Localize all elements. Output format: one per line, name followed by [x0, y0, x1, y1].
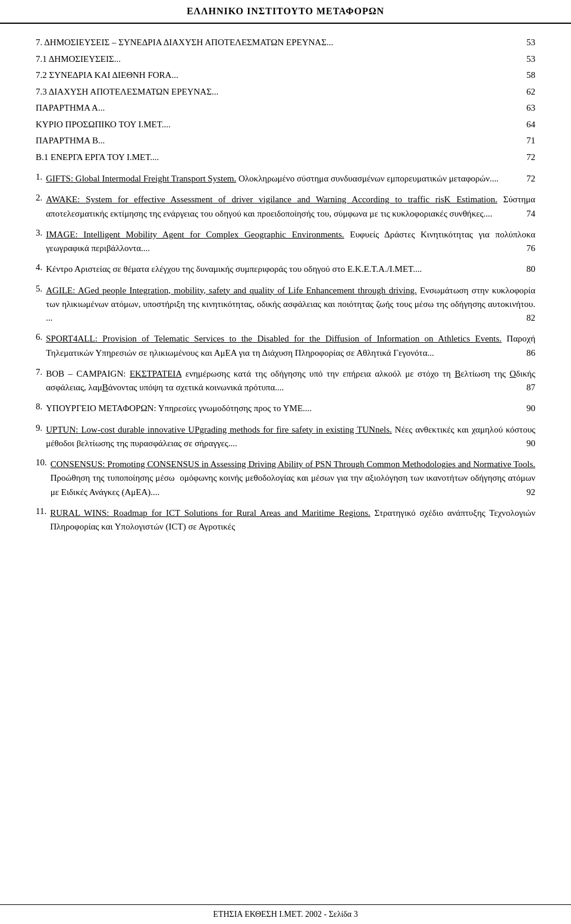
toc-text: 7.3 ΔΙΑΧΥΣΗ ΑΠΟΤΕΛΕΣΜΑΤΩΝ ΕΡΕΥΝΑΣ... — [36, 85, 517, 99]
section-7: 7. BOB – CAMPAIGN: ΕΚΣΤΡΑΤΕΙΑ ενημέρωσης… — [36, 367, 535, 395]
toc-text: 7. ΔΗΜΟΣΙΕΥΣΕΙΣ – ΣΥΝΕΔΡΙΑ ΔΙΑΧΥΣΗ ΑΠΟΤΕ… — [36, 36, 517, 49]
section-title-text: AWAKE: System for effective Assessment o… — [46, 195, 535, 218]
section-page: 74 — [523, 207, 535, 221]
section-content: RURAL WINS: Roadmap for ICT Solutions fo… — [50, 506, 535, 534]
section-page: 92 — [523, 486, 535, 499]
toc-text: Β.1 ΕΝΕΡΓΑ ΕΡΓΑ ΤΟΥ Ι.ΜΕΤ.... — [36, 151, 517, 164]
section-5: 5. AGILE: AGed people Integration, mobil… — [36, 284, 535, 325]
section-2: 2. AWAKE: System for effective Assessmen… — [36, 193, 535, 221]
footer-text: ΕΤΗΣΙΑ ΕΚΘΕΣΗ Ι.ΜΕΤ. 2002 - Σελίδα 3 — [213, 910, 357, 919]
toc-page: 71 — [517, 134, 535, 148]
toc-entry-kyrio: ΚΥΡΙΟ ΠΡΟΣΩΠΙΚΟ ΤΟΥ Ι.ΜΕΤ.... 64 — [36, 118, 535, 131]
section-body-text: ΥΠΟΥΡΓΕΙΟ ΜΕΤΑΦΟΡΩΝ: Υπηρεσίες γνωμοδότη… — [46, 403, 312, 413]
section-title-text: GIFTS: Global Intermodal Freight Transpo… — [46, 174, 498, 183]
toc-text: ΚΥΡΙΟ ΠΡΟΣΩΠΙΚΟ ΤΟΥ Ι.ΜΕΤ.... — [36, 118, 517, 131]
section-number: 8. — [36, 402, 42, 415]
header-title: ΕΛΛΗΝΙΚΟ ΙΝΣΤΙΤΟΥΤΟ ΜΕΤΑΦΟΡΩΝ — [187, 6, 384, 16]
section-number: 11. — [36, 506, 46, 534]
toc-page: 53 — [517, 52, 535, 66]
toc-entry-72: 7.2 ΣΥΝΕΔΡΙΑ ΚΑΙ ΔΙΕΘΝΗ FORA... 58 — [36, 68, 535, 82]
section-number: 5. — [36, 284, 42, 325]
toc-page: 62 — [517, 85, 535, 99]
section-title-text: CONSENSUS: Promoting CONSENSUS in Assess… — [51, 459, 535, 497]
section-1: 1. GIFTS: Global Intermodal Freight Tran… — [36, 172, 535, 186]
section-title-text: BOB – CAMPAIGN: ΕΚΣΤΡΑΤΕΙΑ ενημέρωσης κα… — [46, 369, 535, 392]
toc-page: 53 — [517, 36, 535, 49]
section-title-text: SPORT4ALL: Provision of Telematic Servic… — [46, 334, 535, 357]
section-9: 9. UPTUN: Low-cost durable innovative UP… — [36, 423, 535, 451]
section-content: UPTUN: Low-cost durable innovative UPgra… — [46, 423, 535, 451]
section-number: 4. — [36, 262, 42, 276]
toc-section: 7. ΔΗΜΟΣΙΕΥΣΕΙΣ – ΣΥΝΕΔΡΙΑ ΔΙΑΧΥΣΗ ΑΠΟΤΕ… — [36, 36, 535, 164]
section-title-text: RURAL WINS: Roadmap for ICT Solutions fo… — [50, 508, 535, 531]
toc-text: 7.1 ΔΗΜΟΣΙΕΥΣΕΙΣ... — [36, 52, 517, 66]
toc-text: ΠΑΡΑΡΤΗΜΑ Α... — [36, 101, 517, 115]
section-page: 87 — [523, 381, 535, 394]
toc-entry-73: 7.3 ΔΙΑΧΥΣΗ ΑΠΟΤΕΛΕΣΜΑΤΩΝ ΕΡΕΥΝΑΣ... 62 — [36, 85, 535, 99]
section-8: 8. ΥΠΟΥΡΓΕΙΟ ΜΕΤΑΦΟΡΩΝ: Υπηρεσίες γνωμοδ… — [36, 402, 535, 415]
section-content: BOB – CAMPAIGN: ΕΚΣΤΡΑΤΕΙΑ ενημέρωσης κα… — [46, 367, 535, 395]
toc-text: 7.2 ΣΥΝΕΔΡΙΑ ΚΑΙ ΔΙΕΘΝΗ FORA... — [36, 68, 517, 82]
section-page: 90 — [523, 437, 535, 450]
section-10: 10. CONSENSUS: Promoting CONSENSUS in As… — [36, 458, 535, 499]
section-title-text: UPTUN: Low-cost durable innovative UPgra… — [46, 425, 535, 448]
footer-bar: ΕΤΗΣΙΑ ΕΚΘΕΣΗ Ι.ΜΕΤ. 2002 - Σελίδα 3 — [0, 904, 571, 924]
toc-page: 72 — [517, 151, 535, 164]
section-page: 72 — [523, 172, 535, 186]
section-content: IMAGE: Intelligent Mobility Agent for Co… — [46, 228, 535, 256]
page-container: ΕΛΛΗΝΙΚΟ ΙΝΣΤΙΤΟΥΤΟ ΜΕΤΑΦΟΡΩΝ 7. ΔΗΜΟΣΙΕ… — [0, 0, 571, 924]
section-content: SPORT4ALL: Provision of Telematic Servic… — [46, 332, 535, 360]
section-3: 3. IMAGE: Intelligent Mobility Agent for… — [36, 228, 535, 256]
section-6: 6. SPORT4ALL: Provision of Telematic Ser… — [36, 332, 535, 360]
toc-entry-71: 7.1 ΔΗΜΟΣΙΕΥΣΕΙΣ... 53 — [36, 52, 535, 66]
toc-page: 58 — [517, 68, 535, 82]
toc-text: ΠΑΡΑΡΤΗΜΑ Β... — [36, 134, 517, 148]
section-number: 6. — [36, 332, 42, 360]
section-number: 10. — [36, 458, 47, 499]
section-content: ΥΠΟΥΡΓΕΙΟ ΜΕΤΑΦΟΡΩΝ: Υπηρεσίες γνωμοδότη… — [46, 402, 535, 415]
toc-entry-para-a: ΠΑΡΑΡΤΗΜΑ Α... 63 — [36, 101, 535, 115]
toc-entry-para-b: ΠΑΡΑΡΤΗΜΑ Β... 71 — [36, 134, 535, 148]
toc-entry-b1: Β.1 ΕΝΕΡΓΑ ΕΡΓΑ ΤΟΥ Ι.ΜΕΤ.... 72 — [36, 151, 535, 164]
section-page: 80 — [523, 262, 535, 276]
header-bar: ΕΛΛΗΝΙΚΟ ΙΝΣΤΙΤΟΥΤΟ ΜΕΤΑΦΟΡΩΝ — [0, 0, 571, 24]
section-content: AGILE: AGed people Integration, mobility… — [46, 284, 535, 325]
section-number: 1. — [36, 172, 42, 186]
section-number: 9. — [36, 423, 42, 451]
section-content: AWAKE: System for effective Assessment o… — [46, 193, 535, 221]
section-number: 2. — [36, 193, 42, 221]
toc-entry-7: 7. ΔΗΜΟΣΙΕΥΣΕΙΣ – ΣΥΝΕΔΡΙΑ ΔΙΑΧΥΣΗ ΑΠΟΤΕ… — [36, 36, 535, 49]
section-page: 76 — [523, 242, 535, 255]
section-content: CONSENSUS: Promoting CONSENSUS in Assess… — [51, 458, 535, 499]
toc-page: 63 — [517, 101, 535, 115]
main-content: 7. ΔΗΜΟΣΙΕΥΣΕΙΣ – ΣΥΝΕΔΡΙΑ ΔΙΑΧΥΣΗ ΑΠΟΤΕ… — [0, 24, 571, 904]
section-page: 90 — [523, 402, 535, 415]
section-page: 82 — [523, 311, 535, 325]
section-content: Κέντρο Αριστείας σε θέματα ελέγχου της δ… — [46, 262, 535, 276]
section-number: 3. — [36, 228, 42, 256]
section-4: 4. Κέντρο Αριστείας σε θέματα ελέγχου τη… — [36, 262, 535, 276]
toc-page: 64 — [517, 118, 535, 131]
section-title-text: AGILE: AGed people Integration, mobility… — [46, 286, 535, 323]
section-page: 86 — [523, 346, 535, 360]
section-content: GIFTS: Global Intermodal Freight Transpo… — [46, 172, 535, 186]
section-title-text: IMAGE: Intelligent Mobility Agent for Co… — [46, 230, 535, 253]
section-body-text: Κέντρο Αριστείας σε θέματα ελέγχου της δ… — [46, 264, 422, 274]
section-11: 11. RURAL WINS: Roadmap for ICT Solution… — [36, 506, 535, 534]
section-number: 7. — [36, 367, 42, 395]
